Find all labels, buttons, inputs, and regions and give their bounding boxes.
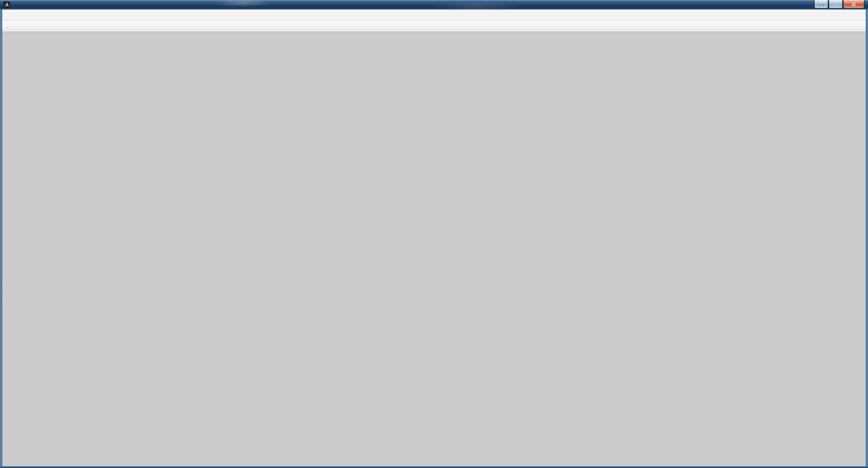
titlebar[interactable]: [0, 0, 868, 9]
minimize-button[interactable]: [814, 0, 828, 9]
matlab-figure-window: [0, 0, 868, 468]
figure-canvas-area: [0, 32, 868, 468]
matlab-icon: [3, 1, 10, 8]
close-button[interactable]: [843, 0, 864, 9]
toolbar: [0, 21, 868, 32]
menubar: [0, 9, 868, 21]
window-frame-right: [866, 9, 868, 468]
menu-file[interactable]: [4, 14, 9, 16]
restore-button[interactable]: [829, 0, 843, 9]
window-frame-left: [0, 9, 2, 468]
window-frame-bottom: [0, 466, 868, 468]
